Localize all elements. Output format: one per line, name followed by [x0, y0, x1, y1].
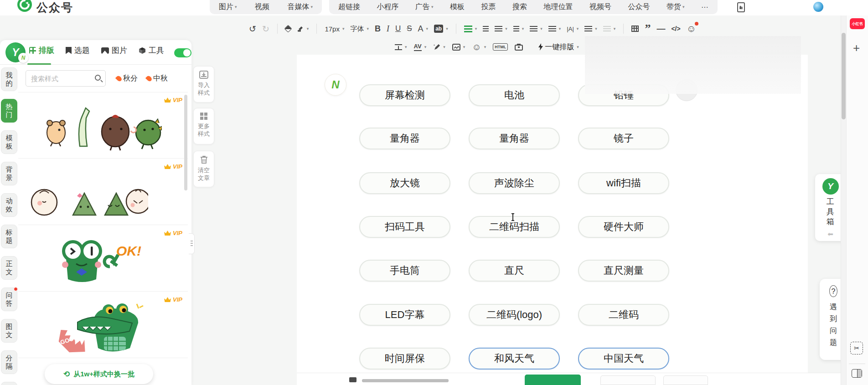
one-click-layout-button[interactable]: 一键排版 — [538, 42, 579, 52]
italic-button[interactable]: I — [387, 24, 389, 34]
beautify-pen-button[interactable] — [433, 43, 445, 51]
menu-item-channels[interactable]: 视频号 — [589, 2, 611, 12]
sidebar-nav-qa[interactable]: 问答 — [1, 287, 17, 311]
code-button[interactable]: </> — [671, 25, 680, 32]
undo-button[interactable]: ↺ — [249, 24, 256, 34]
more-styles-button[interactable]: 更多样式 — [193, 108, 214, 144]
search-icon[interactable] — [95, 75, 101, 81]
list-button[interactable] — [584, 26, 597, 31]
sidebar-nav-guide[interactable]: 引导 — [1, 382, 17, 385]
menu-item-miniprogram[interactable]: 小程序 — [377, 2, 398, 12]
import-draft-icon[interactable] — [735, 1, 747, 15]
html-source-button[interactable]: HTML — [493, 43, 508, 51]
tool-button[interactable]: 放大镜 — [359, 172, 450, 194]
tool-button[interactable]: 硬件大师 — [578, 216, 669, 238]
tool-button[interactable]: 直尺测量 — [578, 260, 669, 282]
toolbox-case-button[interactable] — [515, 43, 523, 51]
menu-item-more[interactable]: ··· — [701, 3, 708, 11]
strikethrough-button[interactable]: S — [407, 24, 412, 33]
menu-item-image[interactable]: 图片 — [219, 2, 237, 12]
font-color-button[interactable]: A — [418, 24, 429, 34]
sidebar-nav-mine[interactable]: 我的 — [1, 67, 17, 91]
format-painter-button[interactable] — [297, 25, 309, 32]
table-button[interactable] — [631, 26, 639, 32]
letter-spacing-button[interactable]: |A| — [567, 26, 579, 32]
tool-button[interactable]: 中国天气 — [578, 348, 669, 370]
import-style-button[interactable]: 导入样式 — [193, 66, 214, 103]
highlight-color-button[interactable]: ab — [434, 25, 448, 33]
tool-button[interactable]: wifi扫描 — [578, 172, 669, 194]
menu-item-vote[interactable]: 投票 — [481, 2, 496, 12]
add-extension-icon[interactable]: + — [853, 41, 860, 55]
word-spacing-button[interactable]: AV — [414, 43, 427, 51]
blockquote-button[interactable]: ” — [645, 26, 651, 31]
style-item-stickers[interactable]: VIP GOOD! — [18, 292, 188, 358]
split-panel-icon[interactable] — [852, 369, 862, 378]
plugin-toggle[interactable] — [174, 48, 191, 57]
tool-button[interactable]: 时间屏保 — [359, 348, 450, 370]
sidebar-nav-animation[interactable]: 动效 — [1, 193, 17, 217]
tool-button[interactable]: 手电筒 — [359, 260, 450, 282]
menu-item-search[interactable]: 搜索 — [512, 2, 527, 12]
sidebar-nav-template[interactable]: 模板 — [1, 130, 17, 154]
paragraph-spacing-button[interactable] — [530, 26, 542, 31]
clear-article-button[interactable]: 清空文章 — [193, 151, 214, 187]
font-family-select[interactable]: 字体 — [350, 25, 369, 33]
style-item-stickers[interactable]: VIP — [18, 92, 188, 159]
menu-item-ad[interactable]: 广告 — [415, 2, 434, 12]
menu-item-goods[interactable]: 带货 — [666, 2, 685, 12]
screenshot-scissors-icon[interactable]: ✂ — [850, 342, 863, 354]
menu-item-location[interactable]: 地理位置 — [543, 2, 573, 12]
insert-image-button[interactable] — [452, 44, 465, 51]
font-size-select[interactable]: 17px — [325, 25, 344, 33]
emoji-button[interactable]: ☺ — [687, 23, 696, 34]
menu-item-official-account[interactable]: 公众号 — [628, 2, 650, 12]
tool-button[interactable]: 直尺 — [469, 260, 560, 282]
tool-button[interactable]: 量角器 — [359, 128, 450, 149]
sidebar-nav-heading[interactable]: 标题 — [1, 225, 17, 248]
tool-button[interactable]: 二维码(logo) — [469, 304, 560, 326]
search-input[interactable] — [26, 71, 90, 86]
bold-button[interactable]: B — [375, 24, 381, 34]
page-scrollbar-thumb[interactable] — [842, 33, 846, 119]
align-button[interactable] — [495, 26, 507, 31]
vertical-spacing-button[interactable] — [513, 26, 524, 31]
tab-layout[interactable]: 排版 — [29, 45, 54, 56]
hot-tag-mid-autumn[interactable]: 中秋 — [147, 74, 168, 83]
menu-item-hyperlink[interactable]: 超链接 — [338, 2, 360, 12]
secondary-action-button-cropped[interactable] — [600, 375, 656, 385]
indent-button[interactable] — [483, 26, 489, 31]
sidebar-nav-hot[interactable]: 热门 — [1, 99, 17, 123]
tool-button[interactable]: 二维码 — [578, 304, 669, 326]
sidebar-nav-divider[interactable]: 分隔 — [1, 350, 17, 374]
sidebar-nav-background[interactable]: 背景 — [1, 162, 17, 185]
redo-button[interactable]: ↻ — [262, 24, 269, 34]
list-scrollbar-thumb[interactable] — [184, 95, 187, 190]
tool-button[interactable]: 量角器 — [469, 128, 560, 149]
tool-button[interactable]: 屏幕检测 — [359, 84, 450, 106]
horizontal-rule-button[interactable]: — — [656, 24, 665, 34]
tool-button[interactable]: 和风天气 — [469, 348, 560, 370]
browser-extension-icon[interactable] — [813, 2, 823, 12]
refresh-styles-button[interactable]: ⟲ 从1w+样式中换一批 — [45, 364, 153, 384]
menu-item-audio[interactable]: 音媒体 — [287, 2, 313, 12]
margin-padding-button[interactable] — [395, 44, 407, 50]
tab-tools[interactable]: 工具 — [139, 45, 164, 56]
menu-item-template[interactable]: 模板 — [450, 2, 465, 12]
xiaohongshu-icon[interactable]: 小红书 — [850, 18, 865, 29]
tool-button[interactable]: 电池 — [469, 84, 560, 106]
style-item-stickers[interactable]: VIP OK! — [18, 226, 188, 292]
primary-action-button-cropped[interactable] — [525, 375, 581, 385]
style-item-stickers[interactable]: VIP — [18, 159, 188, 225]
tab-topics[interactable]: 选题 — [66, 45, 90, 56]
line-height-button[interactable] — [464, 26, 477, 32]
underline-button[interactable]: U — [395, 24, 401, 33]
tool-button[interactable]: LED字幕 — [359, 304, 450, 326]
sidebar-nav-body[interactable]: 正文 — [1, 256, 17, 280]
emoji-picker-button[interactable]: ☺ — [472, 42, 486, 52]
line-spacing-button[interactable] — [548, 26, 561, 31]
tool-button[interactable]: 扫码工具 — [359, 216, 450, 238]
tool-button[interactable]: 声波除尘 — [469, 172, 560, 194]
clear-format-eraser-button[interactable] — [285, 26, 291, 31]
tool-button[interactable]: 镜子 — [578, 128, 669, 149]
